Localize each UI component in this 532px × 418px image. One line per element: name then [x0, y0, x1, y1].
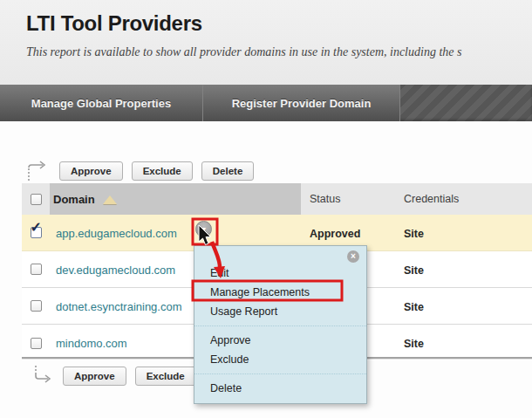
- column-header-credentials[interactable]: Credentials: [397, 183, 532, 215]
- context-menu: × Edit Manage Placements Usage Report Ap…: [194, 245, 367, 404]
- menu-item-exclude[interactable]: Exclude: [194, 350, 366, 369]
- lti-tool-providers-page: LTI Tool Providers This report is availa…: [0, 0, 532, 418]
- chevron-down-icon: ▾: [201, 224, 206, 234]
- approve-button-top[interactable]: Approve: [59, 161, 123, 181]
- row-checkbox[interactable]: ✓: [31, 227, 42, 238]
- manage-global-properties-button[interactable]: Manage Global Properties: [0, 85, 203, 121]
- credentials-value: Site: [404, 228, 424, 240]
- credentials-value: Site: [404, 264, 424, 277]
- row-checkbox-cell: [22, 300, 50, 312]
- domain-link[interactable]: dev.edugamecloud.com: [56, 264, 175, 277]
- credentials-cell: Site: [397, 262, 532, 278]
- credentials-cell: Site: [397, 298, 532, 314]
- domain-cell: app.edugamecloud.com: [50, 225, 301, 241]
- row-checkbox-cell: ✓: [22, 227, 50, 238]
- sort-ascending-icon: [103, 195, 117, 204]
- menu-divider: [194, 373, 366, 374]
- column-header-domain[interactable]: Domain: [50, 183, 301, 215]
- action-bar: Manage Global Properties Register Provid…: [0, 85, 532, 121]
- row-checkbox-cell: [22, 338, 50, 349]
- row-checkbox[interactable]: [31, 300, 42, 312]
- credentials-cell: Site: [397, 225, 532, 241]
- register-provider-domain-button[interactable]: Register Provider Domain: [203, 85, 400, 121]
- status-cell: Approved: [301, 225, 397, 241]
- select-all-checkbox[interactable]: [31, 194, 42, 205]
- manage-global-properties-label: Manage Global Properties: [31, 97, 171, 110]
- context-menu-header: ×: [194, 246, 366, 264]
- close-button[interactable]: ×: [347, 250, 359, 263]
- credentials-cell: Site: [397, 335, 532, 351]
- close-icon: ×: [351, 251, 356, 261]
- row-checkbox[interactable]: [31, 338, 42, 349]
- page-subtitle: This report is available to show all pro…: [26, 45, 532, 59]
- credentials-column-label: Credentials: [404, 193, 459, 205]
- domain-link[interactable]: mindomo.com: [56, 337, 127, 350]
- menu-item-usage-report[interactable]: Usage Report: [194, 302, 366, 321]
- approve-button-bottom[interactable]: Approve: [63, 367, 126, 386]
- status-value: Approved: [310, 228, 360, 240]
- status-column-label: Status: [310, 193, 340, 205]
- exclude-button-bottom[interactable]: Exclude: [135, 367, 196, 386]
- menu-item-approve[interactable]: Approve: [194, 331, 366, 350]
- exclude-button-top[interactable]: Exclude: [132, 161, 193, 181]
- page-header: LTI Tool Providers This report is availa…: [0, 0, 532, 85]
- register-provider-domain-label: Register Provider Domain: [232, 97, 372, 110]
- row-context-menu-button[interactable]: ▾: [195, 221, 212, 237]
- menu-divider: [194, 325, 366, 326]
- credentials-value: Site: [404, 301, 424, 313]
- column-header-status[interactable]: Status: [301, 183, 397, 215]
- select-all-cell: [22, 183, 50, 215]
- checkmark-icon: ✓: [31, 221, 42, 235]
- menu-item-edit[interactable]: Edit: [194, 264, 366, 283]
- delete-button-top[interactable]: Delete: [201, 161, 255, 181]
- credentials-value: Site: [404, 338, 424, 350]
- menu-item-delete[interactable]: Delete: [194, 379, 366, 398]
- domain-column-label: Domain: [53, 193, 95, 206]
- row-checkbox-cell: [22, 264, 50, 275]
- domain-link[interactable]: dotnet.esynctraining.com: [56, 300, 182, 313]
- row-checkbox[interactable]: [31, 264, 42, 275]
- bulk-actions-top: Approve Exclude Delete: [26, 160, 254, 182]
- apply-to-selection-arrow-icon: [26, 160, 51, 182]
- domain-link[interactable]: app.edugamecloud.com: [56, 227, 177, 240]
- table-header-row: Domain Status Credentials: [22, 183, 532, 215]
- menu-item-manage-placements[interactable]: Manage Placements: [194, 283, 366, 302]
- page-title: LTI Tool Providers: [26, 11, 202, 36]
- apply-to-selection-arrow-icon: [33, 366, 54, 387]
